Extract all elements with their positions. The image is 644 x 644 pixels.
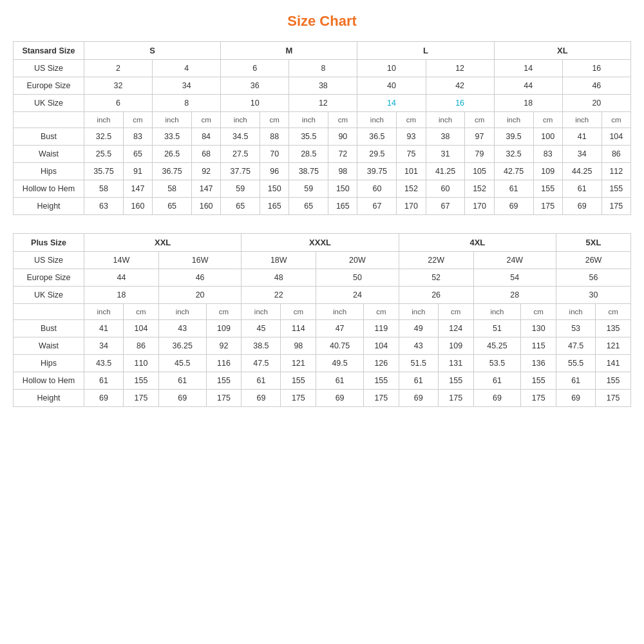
eu-34: 34 bbox=[153, 77, 221, 95]
plus-unit-inch-1: inch bbox=[84, 304, 124, 320]
waist-14: 83 bbox=[533, 146, 562, 163]
plus-height-11: 69 bbox=[473, 390, 521, 407]
bust-label: Bust bbox=[14, 128, 84, 146]
plus-waist-7: 40.75 bbox=[316, 337, 364, 355]
us-2: 2 bbox=[84, 60, 153, 77]
plus-unit-inch-6: inch bbox=[473, 304, 521, 320]
plus-bust-1: 41 bbox=[84, 320, 124, 337]
bust-16: 104 bbox=[601, 128, 630, 146]
eu-42: 42 bbox=[426, 77, 494, 95]
hollow-12: 152 bbox=[465, 180, 494, 198]
hollow-1: 58 bbox=[84, 180, 124, 198]
height-8: 165 bbox=[328, 198, 357, 215]
plus-waist-2: 86 bbox=[124, 337, 159, 355]
height-6: 165 bbox=[260, 198, 289, 215]
plus-eu-44: 44 bbox=[84, 269, 159, 287]
hollow-15: 61 bbox=[562, 180, 601, 198]
height-3: 65 bbox=[153, 198, 192, 215]
hollow-9: 60 bbox=[357, 180, 397, 198]
plus-waist-5: 38.5 bbox=[242, 337, 281, 355]
waist-5: 27.5 bbox=[221, 146, 260, 163]
unit-cm-8: cm bbox=[601, 112, 630, 128]
unit-cm-7: cm bbox=[533, 112, 562, 128]
uk-18: 18 bbox=[494, 95, 562, 112]
plus-unit-inch-7: inch bbox=[556, 304, 596, 320]
plus-unit-inch-3: inch bbox=[242, 304, 281, 320]
hips-12: 105 bbox=[465, 163, 494, 180]
plus-height-6: 175 bbox=[281, 390, 316, 407]
plus-height-9: 69 bbox=[399, 390, 438, 407]
unit-cm-3: cm bbox=[260, 112, 289, 128]
plus-size-label: Plus Size bbox=[14, 234, 84, 252]
group-4xl: 4XL bbox=[399, 234, 556, 252]
plus-waist-label: Waist bbox=[14, 337, 84, 355]
unit-inch-3: inch bbox=[221, 112, 260, 128]
hollow-13: 61 bbox=[494, 180, 533, 198]
hips-label: Hips bbox=[14, 163, 84, 180]
plus-height-3: 69 bbox=[158, 390, 206, 407]
uk-12: 12 bbox=[289, 95, 357, 112]
plus-unit-inch-5: inch bbox=[399, 304, 438, 320]
uk-8: 8 bbox=[153, 95, 221, 112]
group-xl: XL bbox=[494, 42, 630, 60]
plus-bust-5: 45 bbox=[242, 320, 281, 337]
plus-eu-50: 50 bbox=[316, 269, 399, 287]
plus-hips-14: 141 bbox=[596, 355, 631, 372]
plus-uk-18: 18 bbox=[84, 287, 159, 304]
waist-3: 26.5 bbox=[153, 146, 192, 163]
plus-waist-13: 47.5 bbox=[556, 337, 596, 355]
plus-hollow-10: 155 bbox=[438, 372, 473, 390]
plus-height-1: 69 bbox=[84, 390, 124, 407]
plus-eu-56: 56 bbox=[556, 269, 631, 287]
us-4: 4 bbox=[153, 60, 221, 77]
plus-height-4: 175 bbox=[206, 390, 242, 407]
plus-uk-label: UK Size bbox=[14, 287, 84, 304]
bust-9: 36.5 bbox=[357, 128, 397, 146]
plus-waist-10: 109 bbox=[438, 337, 473, 355]
hollow-8: 150 bbox=[328, 180, 357, 198]
page-title: Size Chart bbox=[13, 13, 631, 30]
plus-bust-11: 51 bbox=[473, 320, 521, 337]
unit-inch-8: inch bbox=[562, 112, 601, 128]
plus-hollow-7: 61 bbox=[316, 372, 364, 390]
hips-1: 35.75 bbox=[84, 163, 124, 180]
plus-bust-8: 119 bbox=[364, 320, 399, 337]
us-16: 16 bbox=[562, 60, 630, 77]
bust-7: 35.5 bbox=[289, 128, 328, 146]
hips-7: 38.75 bbox=[289, 163, 328, 180]
plus-waist-11: 45.25 bbox=[473, 337, 521, 355]
plus-us-18w: 18W bbox=[242, 252, 316, 269]
plus-bust-12: 130 bbox=[521, 320, 556, 337]
waist-7: 28.5 bbox=[289, 146, 328, 163]
plus-hips-10: 131 bbox=[438, 355, 473, 372]
hips-9: 39.75 bbox=[357, 163, 397, 180]
plus-height-label: Height bbox=[14, 390, 84, 407]
bust-6: 88 bbox=[260, 128, 289, 146]
height-10: 170 bbox=[397, 198, 426, 215]
plus-unit-inch-2: inch bbox=[158, 304, 206, 320]
height-15: 69 bbox=[562, 198, 601, 215]
eu-46: 46 bbox=[562, 77, 630, 95]
plus-hips-2: 110 bbox=[124, 355, 159, 372]
plus-us-24w: 24W bbox=[473, 252, 556, 269]
group-m: M bbox=[221, 42, 357, 60]
us-12: 12 bbox=[426, 60, 494, 77]
eu-44: 44 bbox=[494, 77, 562, 95]
unit-cm-6: cm bbox=[465, 112, 494, 128]
group-xxl: XXL bbox=[84, 234, 242, 252]
unit-cm-1: cm bbox=[123, 112, 152, 128]
plus-hollow-3: 61 bbox=[158, 372, 206, 390]
hollow-2: 147 bbox=[123, 180, 152, 198]
us-size-label: US Size bbox=[14, 60, 84, 77]
plus-bust-4: 109 bbox=[206, 320, 242, 337]
plus-height-10: 175 bbox=[438, 390, 473, 407]
plus-uk-22: 22 bbox=[242, 287, 316, 304]
hips-11: 41.25 bbox=[426, 163, 465, 180]
hollow-3: 58 bbox=[153, 180, 192, 198]
height-14: 175 bbox=[533, 198, 562, 215]
plus-waist-8: 104 bbox=[364, 337, 399, 355]
plus-height-7: 69 bbox=[316, 390, 364, 407]
unit-blank bbox=[14, 112, 84, 128]
height-12: 170 bbox=[465, 198, 494, 215]
height-label: Height bbox=[14, 198, 84, 215]
